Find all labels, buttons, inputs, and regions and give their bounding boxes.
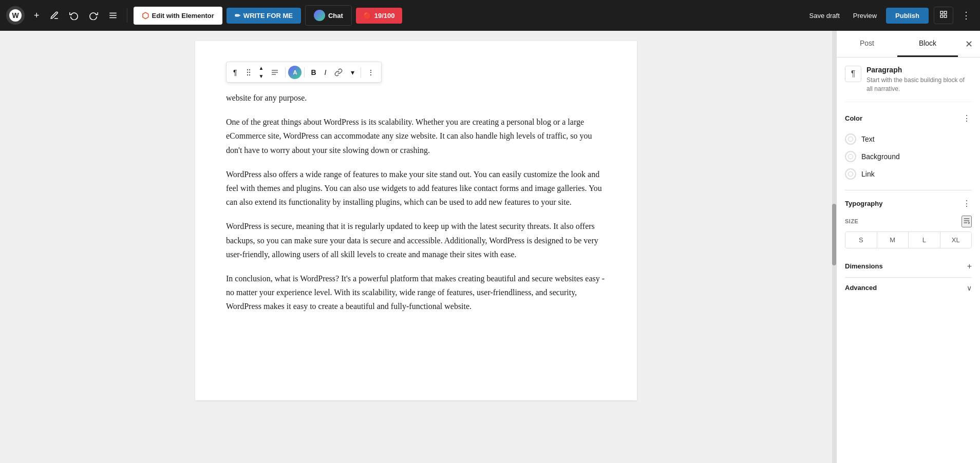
- panel-close-button[interactable]: ✕: [958, 33, 980, 55]
- link-color-circle[interactable]: [845, 168, 856, 180]
- size-s-button[interactable]: S: [845, 232, 877, 248]
- paragraph-1: One of the great things about WordPress …: [226, 115, 606, 157]
- move-down-button[interactable]: ▼: [256, 72, 267, 80]
- toolbar-divider-2: [304, 67, 305, 78]
- write-for-me-button[interactable]: ✏ WRITE FOR ME: [227, 8, 301, 24]
- align-button[interactable]: [267, 66, 282, 79]
- editor-text[interactable]: website for any purpose. One of the grea…: [226, 91, 606, 313]
- dimensions-header[interactable]: Dimensions +: [845, 256, 972, 277]
- tab-block[interactable]: Block: [897, 31, 958, 57]
- advanced-header[interactable]: Advanced ∨: [845, 277, 972, 298]
- elementor-button[interactable]: ⬡ Edit with Elementor: [134, 7, 222, 25]
- size-label: SIZE: [845, 216, 972, 227]
- advanced-title: Advanced: [845, 284, 877, 292]
- panel-body: ¶ Paragraph Start with the basic buildin…: [837, 57, 980, 463]
- color-more-button[interactable]: ⋮: [962, 112, 972, 124]
- add-button[interactable]: +: [31, 7, 43, 24]
- svg-point-7: [247, 69, 248, 70]
- scroll-thumb[interactable]: [832, 204, 836, 265]
- right-panel: Post Block ✕ ¶ Paragraph Start with the …: [836, 31, 980, 463]
- svg-rect-6: [944, 15, 947, 17]
- publish-button[interactable]: Publish: [886, 8, 929, 24]
- advanced-section: Advanced ∨: [845, 277, 972, 298]
- size-m-button[interactable]: M: [877, 232, 909, 248]
- paragraph-type-button[interactable]: ¶: [230, 66, 241, 79]
- ai-score-button[interactable]: 🔴 19/100: [356, 8, 402, 24]
- editor-area: ¶ ▲ ▼ A B I: [0, 31, 832, 463]
- size-buttons: S M L XL: [845, 232, 972, 248]
- editor-content: ¶ ▲ ▼ A B I: [195, 41, 637, 400]
- dimensions-expand-icon: +: [967, 262, 972, 271]
- block-toolbar: ¶ ▲ ▼ A B I: [226, 62, 382, 83]
- ai-score-label: 19/100: [374, 12, 395, 20]
- view-toggle-button[interactable]: [934, 7, 953, 24]
- save-draft-button[interactable]: Save draft: [805, 9, 844, 23]
- write-pencil-icon: ✏: [235, 12, 240, 20]
- color-link-item[interactable]: Link: [845, 165, 972, 183]
- more-options-button[interactable]: ⋮: [958, 7, 974, 24]
- typography-more-button[interactable]: ⋮: [962, 198, 972, 209]
- write-for-me-label: WRITE FOR ME: [243, 12, 293, 20]
- toolbar-divider: [285, 67, 286, 78]
- size-adjust-button[interactable]: [962, 216, 972, 227]
- wp-logo[interactable]: W: [6, 6, 25, 25]
- block-type-description: Start with the basic building block of a…: [866, 76, 972, 93]
- typography-section: Typography ⋮ SIZE S M L XL: [845, 198, 972, 248]
- text-color-inner: [848, 137, 853, 142]
- dimensions-title: Dimensions: [845, 262, 883, 270]
- undo-button[interactable]: [66, 8, 82, 23]
- svg-point-9: [247, 71, 248, 72]
- paragraph-0: website for any purpose.: [226, 91, 606, 105]
- svg-rect-5: [940, 15, 943, 17]
- typography-section-title: Typography: [845, 200, 882, 207]
- svg-point-12: [249, 74, 250, 75]
- svg-rect-4: [944, 11, 947, 14]
- chat-avatar-icon: [314, 10, 325, 21]
- text-color-circle[interactable]: [845, 133, 856, 145]
- size-l-button[interactable]: L: [909, 232, 940, 248]
- svg-rect-3: [940, 11, 943, 14]
- advanced-chevron-icon: ∨: [967, 284, 972, 292]
- preview-button[interactable]: Preview: [849, 9, 881, 23]
- color-section: Color ⋮ Text Background: [845, 112, 972, 183]
- typography-section-header: Typography ⋮: [845, 198, 972, 209]
- svg-point-11: [247, 74, 248, 75]
- background-color-inner: [848, 154, 853, 159]
- elementor-icon: ⬡: [142, 11, 149, 21]
- link-button[interactable]: [331, 66, 346, 79]
- color-background-item[interactable]: Background: [845, 148, 972, 165]
- svg-point-8: [249, 69, 250, 70]
- top-bar: W + ⬡ Edit with Elementor ✏ WRITE FOR ME…: [0, 0, 980, 31]
- link-color-label: Link: [861, 170, 875, 178]
- size-xl-button[interactable]: XL: [940, 232, 972, 248]
- color-section-title: Color: [845, 114, 862, 122]
- text-color-label: Text: [861, 135, 875, 143]
- chat-button[interactable]: Chat: [305, 5, 352, 26]
- panel-header: Post Block ✕: [837, 31, 980, 57]
- paragraph-3: WordPress is secure, meaning that it is …: [226, 219, 606, 261]
- ai-score-icon: 🔴: [363, 12, 371, 20]
- toolbar-divider-3: [361, 67, 361, 78]
- background-color-circle[interactable]: [845, 151, 856, 162]
- editor-scrollbar[interactable]: [832, 31, 836, 463]
- drag-handle-button[interactable]: [242, 66, 255, 79]
- block-type-section: ¶ Paragraph Start with the basic buildin…: [845, 66, 972, 102]
- main-area: ¶ ▲ ▼ A B I: [0, 31, 980, 463]
- elementor-label: Edit with Elementor: [152, 12, 214, 20]
- edit-tool-button[interactable]: [47, 8, 62, 23]
- list-view-button[interactable]: [105, 8, 121, 23]
- tab-post[interactable]: Post: [837, 31, 897, 57]
- background-color-label: Background: [861, 152, 900, 161]
- color-section-header: Color ⋮: [845, 112, 972, 124]
- bold-button[interactable]: B: [307, 66, 319, 79]
- move-up-button[interactable]: ▲: [256, 64, 267, 72]
- more-formats-button[interactable]: ⋮: [364, 66, 378, 79]
- paragraph-4: In conclusion, what is WordPress? It's a…: [226, 272, 606, 314]
- separator: [127, 8, 127, 23]
- redo-button[interactable]: [86, 8, 101, 23]
- paragraph-block-icon: ¶: [845, 66, 861, 82]
- format-dropdown-button[interactable]: ▾: [347, 66, 358, 79]
- color-text-item[interactable]: Text: [845, 130, 972, 148]
- italic-button[interactable]: I: [321, 66, 330, 79]
- avatar-icon: A: [288, 66, 301, 79]
